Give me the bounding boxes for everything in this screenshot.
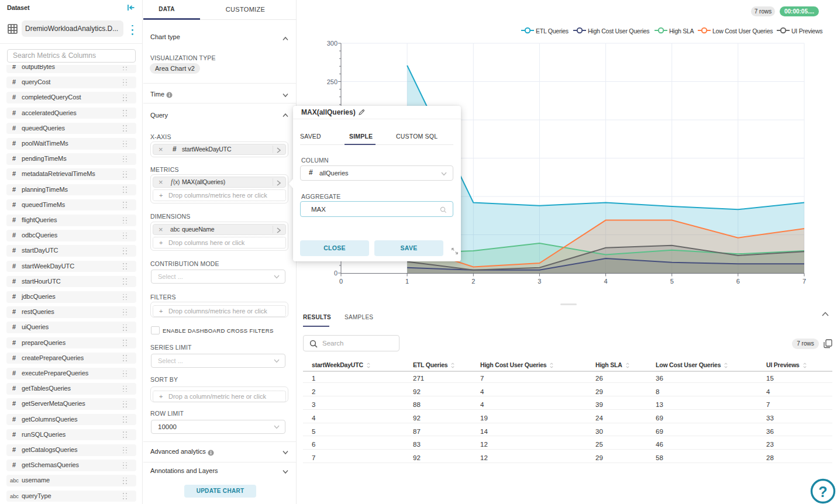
svg-text:1: 1 xyxy=(405,278,409,285)
svg-text:0: 0 xyxy=(339,278,343,285)
svg-text:7: 7 xyxy=(802,278,806,285)
svg-text:0: 0 xyxy=(334,270,337,277)
svg-text:6: 6 xyxy=(736,278,740,285)
svg-text:?: ? xyxy=(818,484,827,500)
svg-text:5: 5 xyxy=(670,278,674,285)
svg-text:300: 300 xyxy=(327,40,337,47)
svg-text:3: 3 xyxy=(538,278,541,285)
svg-text:250: 250 xyxy=(327,78,337,85)
svg-text:4: 4 xyxy=(604,278,608,285)
svg-text:2: 2 xyxy=(471,278,475,285)
